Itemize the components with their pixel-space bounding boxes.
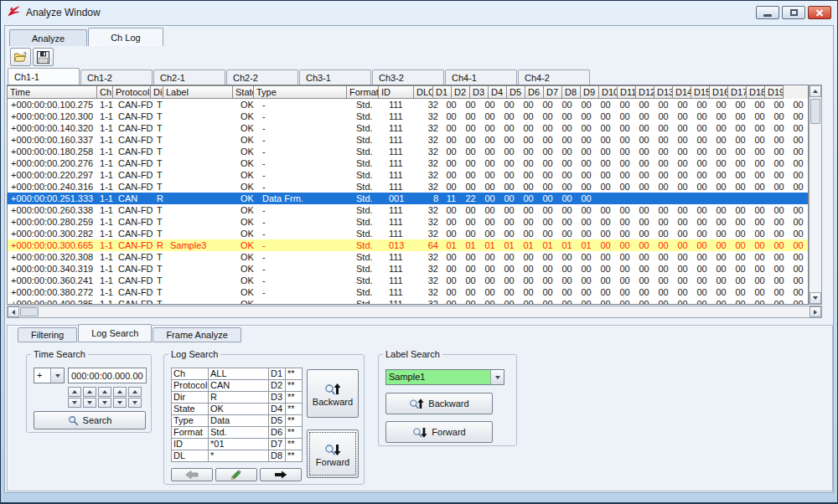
column-header-time[interactable]: Time	[7, 85, 97, 99]
column-header-d4[interactable]: D4	[488, 85, 507, 99]
spinner-up-button[interactable]	[68, 387, 81, 397]
maximize-button[interactable]	[782, 6, 805, 19]
log-row[interactable]: +000:00:00.180.2581-1CAN-FDTOK-Std.11132…	[8, 146, 808, 157]
log-row[interactable]: +000:00:00.380.2721-1CAN-FDTOK-Std.11132…	[8, 286, 808, 298]
column-header-d8[interactable]: D8	[561, 85, 581, 99]
panel-tab-filtering[interactable]: Filtering	[18, 327, 77, 342]
column-header-d10[interactable]: D10	[598, 85, 618, 99]
previous-result-button[interactable]	[171, 468, 213, 481]
log-row[interactable]: +000:00:00.160.3371-1CAN-FDTOK-Std.11132…	[8, 134, 808, 146]
spinner-down-button[interactable]	[83, 398, 96, 408]
time-search-input[interactable]	[68, 368, 147, 383]
column-header-ch[interactable]: Ch	[96, 85, 113, 99]
column-header-d12[interactable]: D12	[635, 85, 654, 99]
log-row[interactable]: +000:00:00.300.6651-1CAN-FDRSample3OK-St…	[8, 239, 808, 251]
criteria-cval-ch[interactable]: ALL	[209, 368, 269, 380]
log-row[interactable]: +000:00:00.251.3331-1CANROKData Frm.Std.…	[8, 193, 808, 204]
log-row[interactable]: +000:00:00.260.3381-1CAN-FDTOK-Std.11132…	[8, 204, 808, 216]
log-search-backward-button[interactable]: Backward	[307, 369, 359, 418]
column-header-d19[interactable]: D19	[764, 85, 784, 99]
minimize-button[interactable]	[756, 6, 779, 19]
scroll-right-button[interactable]	[810, 306, 821, 317]
vertical-scrollbar[interactable]	[809, 85, 822, 305]
close-button[interactable]	[808, 6, 831, 19]
criteria-cdval-dl[interactable]: **	[286, 450, 303, 462]
criteria-cval-state[interactable]: OK	[209, 404, 269, 415]
column-header-dlc[interactable]: DLC	[413, 85, 433, 99]
log-row[interactable]: +000:00:00.220.2971-1CAN-FDTOK-Std.11132…	[8, 169, 808, 181]
log-row[interactable]: +000:00:00.300.2821-1CAN-FDTOK-Std.11132…	[8, 228, 808, 239]
time-sign-combo[interactable]: +	[34, 368, 65, 383]
criteria-cval-dir[interactable]: R	[209, 392, 269, 404]
log-row[interactable]: +000:00:00.140.3201-1CAN-FDTOK-Std.11132…	[8, 122, 808, 134]
channel-tab-ch3-1[interactable]: Ch3-1	[299, 69, 371, 85]
main-tab-analyze[interactable]: Analyze	[9, 29, 87, 46]
edit-criteria-button[interactable]	[215, 468, 257, 481]
channel-tab-ch2-2[interactable]: Ch2-2	[226, 69, 298, 85]
criteria-cval-id[interactable]: *01	[209, 439, 269, 450]
criteria-cval-format[interactable]: Std.	[209, 427, 269, 439]
time-search-button[interactable]: Search	[34, 411, 146, 429]
column-header-d18[interactable]: D18	[746, 85, 765, 99]
criteria-cval-protocol[interactable]: CAN	[209, 380, 269, 392]
column-header-d2[interactable]: D2	[451, 85, 470, 99]
label-search-combo[interactable]: Sample1	[385, 369, 504, 385]
column-header-label[interactable]: Label	[163, 85, 233, 99]
column-header-d17[interactable]: D17	[727, 85, 747, 99]
criteria-cdval-dir[interactable]: **	[286, 392, 303, 404]
log-row[interactable]: +000:00:00.400.2851-1CAN-FDTOK-Std.11132…	[8, 298, 808, 305]
log-row[interactable]: +000:00:00.240.3161-1CAN-FDTOK-Std.11132…	[8, 181, 808, 193]
column-header-id[interactable]: ID	[378, 85, 414, 99]
log-row[interactable]: +000:00:00.280.2591-1CAN-FDTOK-Std.11132…	[8, 216, 808, 228]
log-search-forward-button[interactable]: Forward	[307, 429, 359, 478]
channel-tab-ch3-2[interactable]: Ch3-2	[372, 69, 444, 85]
spinner-down-button[interactable]	[113, 398, 127, 408]
panel-tab-frame-analyze[interactable]: Frame Analyze	[153, 327, 241, 342]
combo-dropdown-button[interactable]	[50, 368, 64, 383]
spinner-down-button[interactable]	[68, 398, 81, 408]
spinner-down-button[interactable]	[98, 398, 111, 408]
spinner-down-button[interactable]	[128, 398, 142, 408]
criteria-cdval-format[interactable]: **	[286, 427, 303, 439]
channel-tab-ch4-2[interactable]: Ch4-2	[518, 69, 590, 85]
log-row[interactable]: +000:00:00.120.3001-1CAN-FDTOK-Std.11132…	[8, 111, 808, 122]
column-header-protocol[interactable]: Protocol	[112, 85, 151, 99]
column-header-d6[interactable]: D6	[525, 85, 544, 99]
criteria-cdval-type[interactable]: **	[286, 415, 303, 427]
criteria-cval-dl[interactable]: *	[209, 450, 269, 462]
column-header-format[interactable]: Format	[346, 85, 379, 99]
column-header-d14[interactable]: D14	[672, 85, 691, 99]
spinner-up-button[interactable]	[98, 387, 111, 397]
horizontal-scrollbar[interactable]	[7, 306, 822, 318]
channel-tab-ch1-1[interactable]: Ch1-1	[8, 68, 80, 85]
column-header-d1[interactable]: D1	[432, 85, 452, 99]
scroll-down-button[interactable]	[810, 292, 821, 304]
spinner-up-button[interactable]	[83, 387, 96, 397]
column-header-d3[interactable]: D3	[469, 85, 489, 99]
horizontal-scroll-thumb[interactable]	[20, 307, 39, 316]
log-row[interactable]: +000:00:00.360.2411-1CAN-FDTOK-Std.11132…	[8, 275, 808, 286]
log-row[interactable]: +000:00:00.100.2751-1CAN-FDTOK-Std.11132…	[8, 99, 808, 111]
open-file-button[interactable]	[10, 48, 31, 66]
channel-tab-ch1-2[interactable]: Ch1-2	[80, 69, 153, 85]
column-header-type[interactable]: Type	[253, 85, 347, 99]
column-header-d5[interactable]: D5	[506, 85, 525, 99]
spinner-up-button[interactable]	[128, 387, 142, 397]
column-header-d9[interactable]: D9	[580, 85, 599, 99]
column-header-d7[interactable]: D7	[543, 85, 562, 99]
log-row[interactable]: +000:00:00.340.3191-1CAN-FDTOK-Std.11132…	[8, 263, 808, 275]
scroll-left-button[interactable]	[8, 306, 19, 317]
channel-tab-ch4-1[interactable]: Ch4-1	[445, 69, 517, 85]
combo-dropdown-button[interactable]	[490, 370, 504, 384]
criteria-cdval-id[interactable]: **	[286, 439, 303, 450]
panel-tab-log-search[interactable]: Log Search	[78, 324, 152, 342]
log-row[interactable]: +000:00:00.320.3081-1CAN-FDTOK-Std.11132…	[8, 251, 808, 263]
scroll-up-button[interactable]	[810, 85, 821, 97]
label-search-backward-button[interactable]: Backward	[385, 393, 493, 414]
column-header-d16[interactable]: D16	[709, 85, 728, 99]
next-result-button[interactable]	[260, 468, 302, 481]
criteria-cdval-protocol[interactable]: **	[286, 380, 303, 392]
column-header-d15[interactable]: D15	[691, 85, 710, 99]
save-button[interactable]	[33, 48, 54, 66]
criteria-cdval-ch[interactable]: **	[286, 368, 303, 380]
